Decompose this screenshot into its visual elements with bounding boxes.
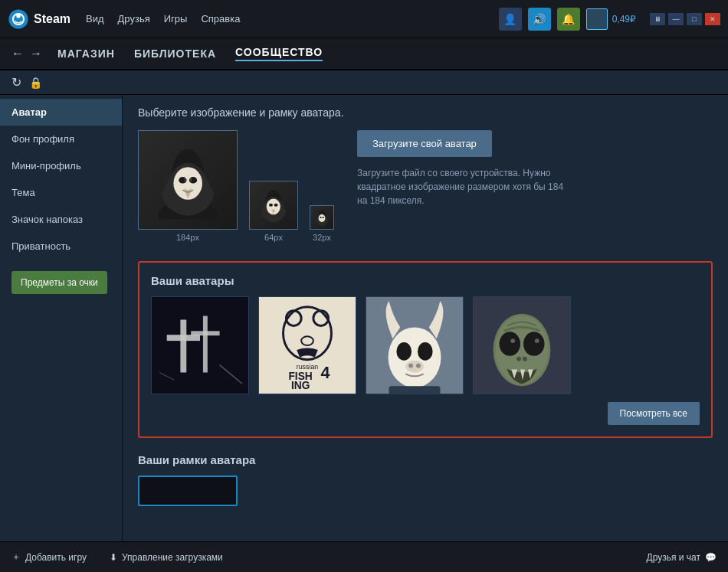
svg-point-9 — [274, 204, 278, 207]
bottom-bar: ＋ Добавить игру ⬇ Управление загрузками … — [0, 541, 728, 572]
add-game-label: Добавить игру — [25, 552, 87, 563]
svg-rect-13 — [152, 297, 248, 394]
svg-text:ING: ING — [291, 380, 310, 391]
svg-point-47 — [510, 338, 515, 343]
balance: 0,49₽ — [612, 14, 636, 25]
title-bar: Steam Вид Друзья Игры Справка 👤 🔊 🔔 0,49… — [0, 0, 728, 38]
avatar-thumb-3[interactable] — [366, 296, 464, 394]
menu-friends[interactable]: Друзья — [118, 13, 150, 25]
svg-rect-17 — [203, 316, 208, 373]
svg-point-48 — [535, 338, 539, 343]
svg-point-46 — [523, 332, 545, 356]
upload-section: Загрузите свой аватар Загрузите файл со … — [357, 130, 713, 246]
avatar-sizes: 184px — [138, 130, 334, 246]
avatar-label-64: 64px — [264, 233, 283, 242]
downloads-item[interactable]: ⬇ Управление загрузками — [110, 552, 223, 563]
svg-point-2 — [16, 14, 21, 18]
downloads-label: Управление загрузками — [122, 552, 223, 563]
avatar-previews: 184px — [138, 130, 334, 242]
sidebar-item-theme[interactable]: Тема — [0, 179, 122, 206]
add-game-item[interactable]: ＋ Добавить игру — [11, 551, 87, 564]
avatar-label-32: 32px — [313, 233, 331, 242]
chat-icon: 💬 — [705, 552, 717, 563]
avatar-thumb-4[interactable] — [473, 296, 571, 394]
back-arrow[interactable]: ← — [11, 47, 24, 60]
svg-text:russian: russian — [297, 363, 319, 371]
svg-point-12 — [322, 217, 323, 218]
view-all-button[interactable]: Посмотреть все — [608, 402, 700, 425]
creature-image — [474, 296, 570, 394]
svg-point-50 — [523, 357, 527, 361]
avatar-preview-184: 184px — [138, 130, 238, 242]
steam-icon — [8, 8, 29, 30]
friends-chat-label: Друзья и чат — [647, 552, 700, 563]
svg-text:4: 4 — [321, 363, 330, 382]
avatar-large-preview — [138, 130, 238, 230]
nav-community[interactable]: СООБЩЕСТВО — [235, 46, 323, 61]
refresh-icon[interactable]: ↻ — [11, 75, 21, 90]
avatar-small-preview — [310, 205, 334, 230]
friends-icon-btn[interactable]: 👤 — [499, 8, 522, 31]
svg-rect-18 — [191, 331, 219, 335]
maximize-btn[interactable]: □ — [687, 13, 702, 25]
add-game-icon: ＋ — [11, 551, 21, 564]
svg-point-45 — [499, 332, 520, 356]
minimize-btn[interactable]: — — [668, 13, 684, 25]
nav-bar: ← → МАГАЗИН БИБЛИОТЕКА СООБЩЕСТВО — [0, 38, 728, 70]
your-avatars-title: Ваши аватары — [151, 274, 700, 287]
main-layout: Аватар Фон профиля Мини-профиль Тема Зна… — [0, 95, 728, 541]
svg-point-5 — [179, 177, 186, 184]
svg-rect-40 — [389, 386, 441, 394]
sub-nav: ↻ 🔒 — [0, 70, 728, 95]
avatar-label-184: 184px — [176, 233, 199, 242]
sidebar-item-privacy[interactable]: Приватность — [0, 233, 122, 260]
sidebar-item-profile-bg[interactable]: Фон профиля — [0, 126, 122, 152]
avatar-thumb-2[interactable]: russian 4 FISH ING — [258, 296, 356, 394]
svg-point-39 — [416, 364, 421, 368]
nav-arrows: ← → — [11, 47, 42, 60]
menu-help[interactable]: Справка — [201, 13, 240, 25]
svg-point-8 — [269, 204, 273, 207]
avatar-preview-32: 32px — [310, 205, 334, 242]
svg-point-6 — [189, 177, 197, 184]
nav-shop[interactable]: МАГАЗИН — [57, 47, 115, 60]
goat-mask-image — [366, 296, 463, 394]
download-icon: ⬇ — [110, 552, 117, 563]
svg-point-38 — [408, 364, 413, 368]
avatar — [586, 8, 608, 30]
forward-arrow[interactable]: → — [30, 47, 42, 60]
upload-description: Загрузите файл со своего устройства. Нуж… — [357, 166, 572, 208]
menu-games[interactable]: Игры — [164, 13, 188, 25]
lock-icon: 🔒 — [29, 77, 42, 89]
speaker-icon-btn[interactable]: 🔊 — [528, 8, 551, 31]
frame-preview-1[interactable] — [138, 476, 238, 506]
user-info: 0,49₽ — [586, 8, 636, 30]
svg-rect-15 — [180, 320, 186, 373]
content-area: Выберите изображение и рамку аватара. — [123, 95, 728, 541]
nav-links: МАГАЗИН БИБЛИОТЕКА СООБЩЕСТВО — [57, 46, 323, 61]
sidebar-item-mini-profile[interactable]: Мини-профиль — [0, 152, 122, 179]
sidebar-item-badge[interactable]: Значок напоказ — [0, 206, 122, 233]
avatar-preview-section: 184px — [138, 130, 713, 246]
points-button[interactable]: Предметы за очки — [11, 271, 107, 294]
nav-library[interactable]: БИБЛИОТЕКА — [134, 47, 216, 60]
friends-chat-item[interactable]: Друзья и чат 💬 — [647, 552, 717, 563]
app-title: Steam — [34, 12, 71, 26]
frames-title: Ваши рамки аватара — [138, 453, 713, 466]
sidebar-item-avatar[interactable]: Аватар — [0, 99, 122, 126]
avatar-thumb-1[interactable] — [151, 296, 249, 394]
notification-icon-btn[interactable]: 🔔 — [557, 8, 580, 31]
svg-point-10 — [319, 214, 326, 222]
menu-bar: Вид Друзья Игры Справка — [86, 13, 240, 25]
svg-point-37 — [405, 361, 424, 373]
close-btn[interactable]: ✕ — [705, 13, 720, 25]
svg-rect-16 — [167, 335, 200, 341]
upload-avatar-button[interactable]: Загрузите свой аватар — [357, 130, 492, 157]
title-bar-actions: 👤 🔊 🔔 0,49₽ 🖥 — □ ✕ — [499, 8, 720, 31]
svg-point-34 — [389, 327, 441, 387]
svg-point-11 — [320, 217, 321, 218]
monitor-btn[interactable]: 🖥 — [650, 13, 665, 25]
app-logo: Steam — [8, 8, 71, 30]
svg-point-35 — [396, 342, 412, 361]
menu-view[interactable]: Вид — [86, 13, 104, 25]
